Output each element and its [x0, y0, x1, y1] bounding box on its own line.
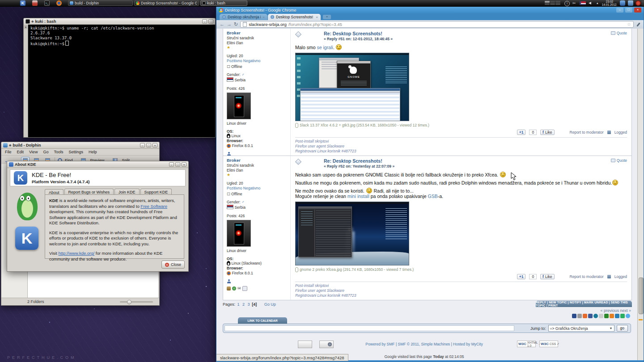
wrench-menu-icon[interactable] [636, 22, 640, 27]
facebook-like-button[interactable]: fLike [540, 274, 554, 279]
scrollbar-thumb[interactable] [639, 278, 644, 314]
taskbar-item-dolphin[interactable]: build - Dolphin [68, 0, 133, 6]
maximize-button[interactable]: □ [208, 19, 213, 24]
post-inline-link[interactable]: GSB [428, 194, 438, 199]
konsole-icon[interactable]: >_ [44, 0, 50, 6]
tray-expander-icon[interactable]: ▴ [597, 0, 598, 6]
attachment-link[interactable]: Slack 13.37 Xfce 4.6.2 + gtk3.jpg (253.5… [295, 123, 627, 128]
menu-settings[interactable]: Settings [68, 150, 83, 154]
kde-org-link[interactable]: http://www.kde.org/ [58, 251, 94, 256]
w3c-css-badge[interactable]: W3CCSS✓ [539, 341, 558, 347]
topic-actions-bar[interactable]: REPLY | NEW TOPIC | NOTIFY | MARK UNREAD… [536, 301, 632, 307]
close-button[interactable]: × [182, 162, 186, 167]
share-icon[interactable] [620, 314, 625, 318]
share-icon[interactable] [572, 314, 576, 318]
author-name-link[interactable]: Broker [227, 158, 287, 163]
post-inline-link[interactable]: mini install [347, 194, 369, 199]
tab-desktop-screenshots[interactable]: Desktop Screenshots! × [268, 14, 321, 20]
free-software-link[interactable]: Free Software [140, 204, 167, 209]
tab-desktop-okruzenja[interactable]: Desktop okruženja i me × [220, 14, 267, 20]
profile-icon[interactable] [227, 286, 231, 290]
scroll-up-icon[interactable]: ▴ [24, 25, 27, 29]
share-icon[interactable] [588, 314, 593, 318]
app-launcher-icon[interactable] [32, 0, 38, 6]
menu-go[interactable]: Go [43, 150, 48, 154]
plus-one-button[interactable]: +1 [517, 274, 526, 279]
kickoff-launcher-icon[interactable]: K [20, 0, 25, 6]
taskbar-item-konsole[interactable]: kuki : bash [200, 0, 247, 6]
about-kde-titlebar[interactable]: About KDE – □ × [7, 161, 188, 168]
attachment-link[interactable]: gnome 2 preko Xfcea.jpg (291.74 KB, 1680… [295, 267, 627, 272]
device-notifier-icon[interactable] [620, 0, 625, 6]
page-link[interactable]: 3 [248, 302, 250, 307]
share-icon[interactable] [593, 314, 598, 318]
terminal-titlebar[interactable]: ◆ kuki : bash – □ [24, 18, 215, 25]
go-up-link[interactable]: Go Up [264, 302, 276, 307]
post-subject-link[interactable]: Re: Desktop Screenshots! [324, 158, 382, 164]
maximize-button[interactable]: □ [146, 143, 151, 147]
new-tab-button[interactable]: + [323, 15, 331, 19]
share-icon[interactable] [583, 314, 587, 318]
post-inline-link[interactable]: se igrali [317, 45, 333, 50]
dolphin-titlebar[interactable]: ◆ build - Dolphin – □ × [1, 142, 159, 149]
dolphin-file-view[interactable] [27, 270, 159, 299]
notifications-tray-icon[interactable]: i [564, 1, 570, 6]
go-button[interactable]: go [617, 325, 628, 332]
view-profile-icon[interactable] [227, 152, 231, 156]
menu-edit[interactable]: Edit [17, 150, 24, 154]
desktop-pager[interactable] [545, 1, 560, 5]
close-dialog-button[interactable]: × Close [161, 261, 185, 269]
share-icon[interactable] [615, 314, 619, 318]
page-scrollbar[interactable] [637, 29, 644, 361]
share-icon[interactable] [626, 314, 630, 318]
quote-button[interactable]: Quote [611, 31, 627, 35]
keep-above-icon[interactable]: ◆ [9, 143, 11, 147]
w3c-xhtml-badge[interactable]: W3CXHTML 1.0✓ [517, 341, 536, 347]
close-button[interactable]: × [634, 8, 641, 13]
terminal-body[interactable]: ▴ kuki@qkiftn:~$ uname -r; cat /etc/slac… [24, 25, 215, 137]
minimize-button[interactable]: – [616, 8, 623, 13]
page-link[interactable]: 1 [237, 302, 240, 307]
maximize-button[interactable]: □ [175, 162, 180, 167]
view-profile-icon[interactable] [227, 279, 231, 283]
karma-links[interactable]: Pozitivno Negativno [227, 59, 287, 63]
keep-above-icon[interactable]: ◆ [31, 20, 34, 23]
menu-file[interactable]: File [5, 150, 12, 154]
author-name-link[interactable]: Broker [227, 30, 287, 36]
prev-next-links[interactable]: « previous next » [600, 308, 631, 313]
menu-view[interactable]: View [29, 150, 38, 154]
minimize-button[interactable]: – [202, 19, 207, 24]
link-to-calendar-button[interactable]: LINK TO CALENDAR [238, 317, 287, 324]
power-button-icon[interactable] [636, 0, 641, 6]
zoom-slider[interactable] [120, 301, 153, 303]
reload-button[interactable]: ↻ [234, 21, 238, 27]
zoom-slider-handle[interactable] [127, 300, 131, 304]
forum-credits[interactable]: Powered by SMF | SMF © 2011, Simple Mach… [216, 342, 632, 346]
minimize-button[interactable]: – [140, 143, 145, 147]
taskbar-item-chrome[interactable]: Desktop Screenshots! - Google Chrom [134, 0, 199, 6]
email-icon[interactable]: ✉ [237, 286, 241, 291]
quote-button[interactable]: Quote [611, 158, 627, 163]
tab-close-icon[interactable]: × [316, 15, 318, 19]
jump-to-select[interactable]: => Grafička Okruženja ▼ [548, 325, 614, 332]
address-bar[interactable]: slackware-srbija.org/forum/index.php?top… [240, 21, 634, 28]
firefox-icon[interactable] [56, 0, 62, 6]
website-icon[interactable] [232, 286, 236, 290]
forward-button[interactable]: → [227, 21, 232, 27]
terminal-scrollbar[interactable]: ▴ [24, 25, 28, 137]
clock[interactable]: 23:02 14.01.2012. [601, 0, 618, 6]
maximize-button[interactable]: □ [625, 8, 632, 13]
message-icon[interactable] [242, 286, 247, 291]
menu-tools[interactable]: Tools [54, 150, 63, 154]
tab-close-icon[interactable]: × [263, 15, 265, 19]
menu-help[interactable]: Help [89, 150, 97, 154]
post-screenshot-thumbnail[interactable]: GNOME [295, 53, 409, 121]
karma-links[interactable]: Pozitivno Negativno [227, 186, 287, 191]
klipper-tray-icon[interactable]: ✂ [572, 0, 576, 6]
back-button[interactable]: ← [220, 21, 225, 27]
plus-one-button[interactable]: +1 [517, 130, 526, 135]
chrome-titlebar[interactable]: Desktop Screenshots! - Google Chrome – □… [216, 7, 644, 13]
facebook-like-button[interactable]: fLike [540, 130, 554, 135]
volume-icon[interactable] [589, 2, 591, 4]
share-icon[interactable] [599, 314, 603, 318]
